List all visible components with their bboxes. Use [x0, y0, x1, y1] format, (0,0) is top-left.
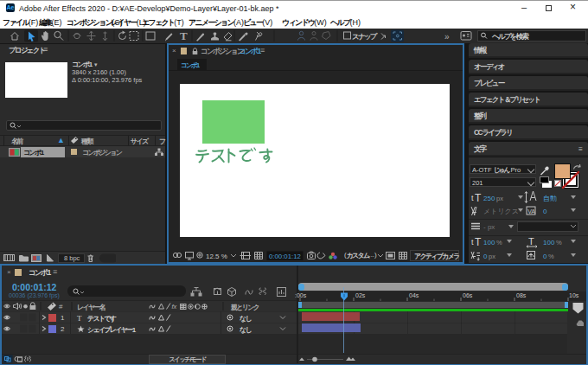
svg-text:T: T	[475, 236, 482, 248]
svg-text:2: 2	[61, 325, 65, 333]
svg-text:06s: 06s	[463, 292, 473, 298]
svg-text:T: T	[180, 29, 188, 42]
svg-text:fx: fx	[172, 303, 177, 311]
svg-text:02s: 02s	[355, 292, 366, 298]
svg-text:px: px	[496, 195, 503, 202]
svg-text:t: t	[471, 238, 474, 247]
svg-text:VA: VA	[527, 208, 535, 215]
svg-text:100: 100	[543, 239, 555, 247]
svg-text:8 bpc: 8 bpc	[64, 254, 80, 262]
svg-text:100: 100	[483, 239, 495, 247]
svg-text:10s: 10s	[569, 292, 579, 298]
svg-text:%: %	[556, 239, 562, 247]
svg-text:px: px	[489, 253, 495, 260]
svg-text:0: 0	[483, 253, 488, 260]
svg-text:»: »	[444, 32, 450, 42]
svg-text:t: t	[471, 194, 474, 202]
svg-text:0: 0	[543, 253, 547, 260]
svg-text:T: T	[77, 314, 82, 323]
svg-text:08s: 08s	[516, 292, 527, 298]
svg-text:%: %	[496, 239, 502, 247]
svg-text:自動: 自動	[543, 195, 557, 202]
svg-text:250: 250	[483, 195, 495, 202]
svg-text:1: 1	[61, 314, 65, 322]
svg-text:%: %	[548, 253, 554, 260]
svg-text:12.5 %: 12.5 %	[206, 253, 227, 260]
svg-text:04s: 04s	[409, 292, 419, 298]
svg-text:メトリクス: メトリクス	[483, 208, 519, 215]
svg-text:T: T	[528, 236, 534, 247]
svg-text:#: #	[59, 303, 63, 311]
svg-text:0: 0	[543, 208, 547, 215]
svg-text:- px: - px	[483, 223, 495, 231]
svg-text:T: T	[475, 192, 482, 204]
svg-text:0:00:01:12: 0:00:01:12	[269, 253, 301, 260]
